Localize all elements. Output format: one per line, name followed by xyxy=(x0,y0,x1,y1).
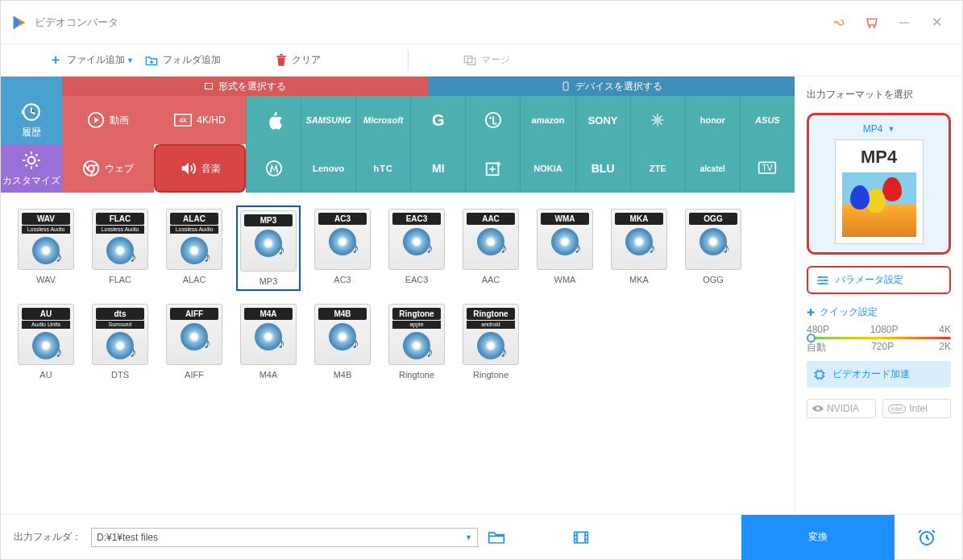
nvidia-eye-icon xyxy=(812,404,824,413)
format-item-au[interactable]: AUAudio Units♪AU xyxy=(14,301,78,383)
format-label: Ringtone xyxy=(473,370,508,380)
history-button[interactable]: 履歴 xyxy=(1,96,62,144)
brand-xiaomi[interactable]: MI xyxy=(410,144,465,193)
tab-format-label: 形式を選択する xyxy=(218,80,286,93)
brand-alcatel[interactable]: alcatel xyxy=(685,144,740,193)
tab-device-label: デバイスを選択する xyxy=(575,80,662,93)
output-format-name: MP4 xyxy=(863,123,883,135)
format-item-eac3[interactable]: EAC3♪EAC3 xyxy=(384,205,449,291)
format-item-wma[interactable]: WMA♪WMA xyxy=(533,205,597,291)
svg-point-18 xyxy=(824,279,827,281)
cart-button[interactable] xyxy=(856,6,888,39)
format-label: WAV xyxy=(36,275,56,284)
open-folder-button[interactable] xyxy=(488,530,505,545)
slider-thumb[interactable] xyxy=(807,334,816,342)
brand-tv[interactable]: TV xyxy=(740,144,795,193)
category-web[interactable]: ウェブ xyxy=(62,144,154,193)
brand-motorola[interactable] xyxy=(246,144,301,193)
gpu-nvidia[interactable]: NVIDIA xyxy=(807,399,876,418)
folder-plus-icon xyxy=(145,55,158,66)
format-item-wav[interactable]: WAVLossless Audio♪WAV xyxy=(14,205,78,291)
film-button[interactable] xyxy=(573,530,589,545)
app-title: ビデオコンバータ xyxy=(35,15,824,30)
add-folder-label: フォルダ追加 xyxy=(163,53,221,67)
brand-apple[interactable] xyxy=(246,96,301,144)
brand-lenovo[interactable]: Lenovo xyxy=(301,144,355,193)
app-window: ビデオコンバータ ─ ✕ ＋ ファイル追加 ▼ フォルダ追加 クリア xyxy=(0,0,963,560)
format-item-mp3[interactable]: MP3♪MP3 xyxy=(236,205,301,291)
brand-honor[interactable]: honor xyxy=(685,96,740,144)
fourk-icon: 4k xyxy=(174,113,192,127)
category-video[interactable]: 動画 xyxy=(62,96,154,144)
brand-google[interactable]: G xyxy=(410,96,465,144)
resolution-slider[interactable]: 480P 1080P 4K 自動 720P 2K xyxy=(807,324,951,350)
merge-button[interactable]: マージ xyxy=(463,53,510,67)
alarm-clock-icon xyxy=(917,528,936,547)
clear-button[interactable]: クリア xyxy=(276,53,321,67)
chevron-down-icon: ▼ xyxy=(465,533,472,541)
titlebar: ビデオコンバータ ─ ✕ xyxy=(1,1,962,44)
brand-samsung[interactable]: SAMSUNG xyxy=(301,96,355,144)
svg-rect-2 xyxy=(205,84,213,89)
format-item-flac[interactable]: FLACLossless Audio♪FLAC xyxy=(88,205,152,291)
category-audio[interactable]: 音楽 xyxy=(154,144,246,193)
convert-button[interactable]: 変換 xyxy=(741,515,895,560)
tab-device[interactable]: デバイスを選択する xyxy=(429,77,795,96)
format-item-aiff[interactable]: AIFF♪AIFF xyxy=(162,301,226,383)
format-item-ogg[interactable]: OGG♪OGG xyxy=(681,205,745,291)
brand-sony[interactable]: SONY xyxy=(575,96,630,144)
format-item-mka[interactable]: MKA♪MKA xyxy=(607,205,671,291)
brand-asus[interactable]: ASUS xyxy=(740,96,795,144)
tab-format[interactable]: 形式を選択する xyxy=(62,77,429,96)
brand-nokia[interactable]: NOKIA xyxy=(520,144,575,193)
quick-settings-label: クイック設定 xyxy=(820,305,878,319)
format-item-m4b[interactable]: M4B♪M4B xyxy=(310,301,375,383)
gpu-accel-label: ビデオカード加速 xyxy=(832,367,910,381)
format-item-ringtone[interactable]: Ringtoneandroid♪Ringtone xyxy=(459,301,523,383)
add-file-button[interactable]: ＋ ファイル追加 ▼ xyxy=(49,52,134,68)
format-label: AU xyxy=(39,370,52,380)
output-folder-input[interactable]: D:¥1¥test files ▼ xyxy=(91,528,478,547)
category-4k-label: 4K/HD xyxy=(197,114,225,126)
brand-huawei[interactable] xyxy=(630,96,685,144)
output-format-title: 出力フォーマットを選択 xyxy=(807,88,951,102)
format-label: MP3 xyxy=(259,276,278,286)
format-label: EAC3 xyxy=(405,275,429,284)
format-item-alac[interactable]: ALACLossless Audio♪ALAC xyxy=(162,205,226,291)
format-item-ringtone[interactable]: Ringtoneapple♪Ringtone xyxy=(384,301,449,383)
customize-button[interactable]: カスタマイズ xyxy=(1,144,62,193)
format-label: DTS xyxy=(111,370,129,380)
svg-text:TV: TV xyxy=(762,164,773,172)
format-item-ac3[interactable]: AC3♪AC3 xyxy=(310,205,375,291)
close-button[interactable]: ✕ xyxy=(920,6,953,39)
brand-blu[interactable]: BLU xyxy=(575,144,630,193)
gpu-accel-button[interactable]: ビデオカード加速 xyxy=(807,361,951,388)
format-item-m4a[interactable]: M4A♪M4A xyxy=(236,301,301,383)
format-item-aac[interactable]: AAC♪AAC xyxy=(459,205,523,291)
activate-button[interactable] xyxy=(824,6,856,39)
brand-amazon[interactable]: amazon xyxy=(520,96,575,144)
trash-icon xyxy=(276,54,287,67)
brand-htc[interactable]: hTC xyxy=(355,144,410,193)
add-folder-button[interactable]: フォルダ追加 xyxy=(145,53,221,67)
brand-zte[interactable]: ZTE xyxy=(630,144,685,193)
format-label: AIFF xyxy=(185,370,204,380)
history-icon xyxy=(21,102,42,122)
svg-rect-20 xyxy=(816,371,823,378)
format-label: Ringtone xyxy=(399,370,434,380)
gpu-options: NVIDIA intel Intel xyxy=(807,399,951,418)
schedule-button[interactable] xyxy=(904,515,949,560)
format-label: MKA xyxy=(629,275,649,284)
brand-microsoft[interactable]: Microsoft xyxy=(355,96,410,144)
gpu-intel[interactable]: intel Intel xyxy=(882,399,952,418)
right-panel: 出力フォーマットを選択 MP4 ▼ MP4 パラメータ設定 xyxy=(795,77,962,514)
brand-oneplus[interactable] xyxy=(465,144,520,193)
format-item-dts[interactable]: dtsSurround♪DTS xyxy=(88,301,152,383)
category-4k[interactable]: 4k 4K/HD xyxy=(154,96,246,144)
parameter-settings-button[interactable]: パラメータ設定 xyxy=(807,266,951,294)
output-format-selector[interactable]: MP4 ▼ MP4 xyxy=(807,113,951,255)
chevron-down-icon: ▼ xyxy=(887,125,895,133)
main-body: 形式を選択する デバイスを選択する 履歴 カスタマイズ xyxy=(1,77,962,514)
brand-lg[interactable] xyxy=(465,96,520,144)
minimize-button[interactable]: ─ xyxy=(888,6,920,39)
